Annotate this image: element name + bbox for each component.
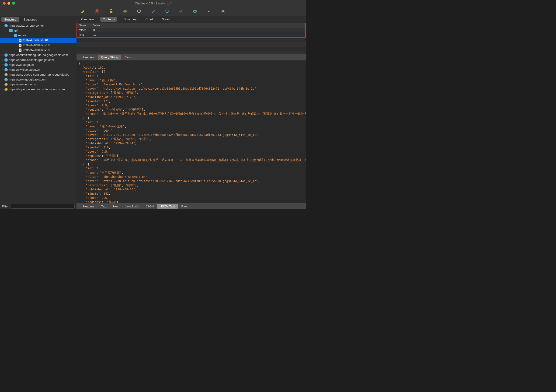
- empty-rows: [77, 38, 306, 54]
- reqtab-query-string[interactable]: Query String: [98, 55, 121, 60]
- svg-line-15: [224, 10, 224, 10]
- toolbar: [0, 7, 306, 16]
- svg-line-12: [222, 10, 222, 10]
- tab-structure[interactable]: Structure: [1, 17, 19, 22]
- turtle-icon[interactable]: [123, 9, 127, 14]
- q-name: limit: [77, 33, 92, 36]
- gear-icon[interactable]: [221, 9, 225, 14]
- svg-rect-2: [110, 11, 112, 13]
- resptab-javascript[interactable]: JavaScript: [122, 204, 142, 209]
- tree-row[interactable]: {}?offset=20&limit=10: [0, 47, 77, 53]
- rtab-overview[interactable]: Overview: [79, 17, 96, 22]
- tree-row[interactable]: {}?offset=10&limit=10: [0, 43, 77, 47]
- tree-row[interactable]: ⌄https://app1.scrape.center: [0, 23, 77, 28]
- broom-icon[interactable]: [81, 9, 85, 14]
- json-content[interactable]: { "count": 102, "results": [{ "id": 1, "…: [77, 60, 306, 203]
- tab-sequence[interactable]: Sequence: [21, 17, 40, 22]
- tree-row[interactable]: ⌄api: [0, 28, 77, 33]
- tree-row[interactable]: ›https://android.clients.google.com: [0, 57, 77, 62]
- lock-icon[interactable]: [109, 9, 113, 14]
- resptab-json[interactable]: JSON: [142, 204, 157, 209]
- rtab-chart[interactable]: Chart: [143, 17, 155, 22]
- col-name: Name: [77, 24, 92, 27]
- tree-row[interactable]: ›https://www.googleapis.com: [0, 77, 77, 82]
- svg-point-1: [96, 10, 98, 12]
- svg-marker-5: [138, 9, 140, 13]
- rtab-summary[interactable]: Summary: [121, 17, 139, 22]
- request-tabs: HeadersQuery StringRaw: [77, 54, 306, 60]
- resptab-hex[interactable]: Hex: [110, 204, 122, 209]
- resptab-text[interactable]: Text: [98, 204, 110, 209]
- reqtab-headers[interactable]: Headers: [80, 55, 98, 60]
- record-icon[interactable]: [95, 9, 99, 14]
- response-tabs: HeadersTextHexJavaScriptJSONJSON TextRaw: [77, 203, 306, 209]
- tree-row[interactable]: ›https://cwxlive.qlogo.cn: [0, 67, 77, 72]
- filter-input[interactable]: [11, 204, 75, 209]
- window-title: Charles 4.6.5 - Session 1 *: [135, 2, 171, 5]
- close-window[interactable]: [3, 2, 6, 5]
- wrench-icon[interactable]: [207, 9, 211, 14]
- tree-view[interactable]: ⌄https://app1.scrape.center⌄api⌄movie{}?…: [0, 23, 77, 203]
- minimize-window[interactable]: [8, 2, 10, 5]
- svg-point-3: [123, 10, 127, 13]
- check-icon[interactable]: [179, 9, 183, 14]
- rtab-notes[interactable]: Notes: [160, 17, 172, 22]
- tree-row[interactable]: ›⚡https://www.notion.so: [0, 82, 77, 87]
- left-tabs: Structure Sequence: [0, 16, 77, 23]
- maximize-window[interactable]: [12, 2, 15, 5]
- query-table: Name Value offset0 limit10: [77, 23, 306, 38]
- tree-row[interactable]: ›https://optimizationguide-pa.googleapis…: [0, 53, 77, 57]
- pencil-icon[interactable]: [151, 9, 155, 14]
- tree-row[interactable]: ›https://wx.qlogo.cn: [0, 62, 77, 67]
- svg-line-13: [224, 12, 224, 13]
- svg-rect-6: [154, 10, 155, 11]
- q-name: offset: [77, 28, 92, 32]
- tree-row[interactable]: {}?offset=0&limit=10: [0, 38, 77, 43]
- refresh-icon[interactable]: [165, 9, 169, 14]
- reqtab-raw[interactable]: Raw: [121, 55, 134, 60]
- svg-line-14: [222, 12, 222, 13]
- svg-point-7: [222, 10, 224, 12]
- q-val: 0: [92, 28, 97, 32]
- resptab-json-text[interactable]: JSON Text: [157, 204, 178, 209]
- col-value: Value: [92, 24, 102, 27]
- rtab-contents[interactable]: Contents: [100, 17, 117, 22]
- basket-icon[interactable]: [193, 9, 197, 14]
- q-val: 10: [92, 33, 98, 36]
- right-tabs: OverviewContentsSummaryChartNotes: [77, 16, 306, 23]
- resptab-headers[interactable]: Headers: [80, 204, 98, 209]
- tree-row[interactable]: ›⚡https://http-inputs-notion.splunkcloud…: [0, 87, 77, 92]
- titlebar: Charles 4.6.5 - Session 1 *: [0, 0, 306, 7]
- hexagon-icon[interactable]: [137, 9, 141, 14]
- svg-point-4: [126, 10, 127, 11]
- tree-row[interactable]: ›⚡https://gist-queue-consumer-api.cloud.…: [0, 72, 77, 77]
- filter-label: Filter:: [2, 205, 9, 208]
- filter-bar: Filter:: [0, 203, 77, 209]
- tree-row[interactable]: ⌄movie: [0, 33, 77, 38]
- resptab-raw[interactable]: Raw: [178, 204, 191, 209]
